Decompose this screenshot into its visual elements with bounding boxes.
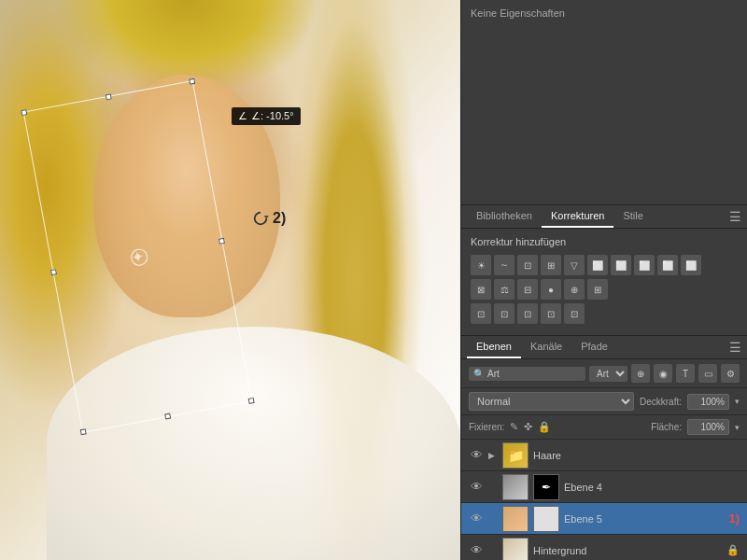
transform-center-cross: ✦ bbox=[130, 246, 145, 266]
layer-visibility-ebene5[interactable]: 👁 bbox=[469, 511, 484, 525]
step-label: 2) bbox=[273, 210, 286, 227]
corr-brightness[interactable]: ☀ bbox=[471, 255, 491, 275]
layer-text-btn[interactable]: T bbox=[676, 364, 695, 383]
corr-gradient[interactable]: ▽ bbox=[564, 255, 585, 275]
layer-mask-ebene5 bbox=[533, 506, 559, 532]
handle-bottom-left[interactable] bbox=[80, 428, 87, 435]
layers-menu-btn[interactable]: ☰ bbox=[729, 340, 741, 355]
corr-selective[interactable]: ⊟ bbox=[517, 279, 538, 300]
handle-top-left[interactable] bbox=[21, 109, 27, 116]
handle-bottom-right[interactable] bbox=[248, 398, 255, 404]
layer-shape-btn[interactable]: ▭ bbox=[698, 364, 717, 383]
tab-kanaele[interactable]: Kanäle bbox=[521, 336, 571, 358]
fill-label: Fläche: bbox=[651, 422, 682, 432]
rotate-icon bbox=[252, 210, 269, 227]
layer-expand-haare[interactable]: ▶ bbox=[488, 451, 498, 460]
layers-panel: Ebenen Kanäle Pfade ☰ 🔍 Art ⊕ ◉ T ▭ ⚙ bbox=[461, 335, 747, 560]
opacity-value[interactable]: 100% bbox=[687, 394, 729, 410]
corrections-tabs: Bibliotheken Korrekturen Stile ☰ bbox=[461, 205, 747, 229]
corr-colorbalance[interactable]: ⊞ bbox=[541, 255, 561, 275]
corr-levels[interactable]: ⊡ bbox=[517, 255, 538, 275]
fill-arrow[interactable]: ▾ bbox=[735, 423, 740, 432]
corr-vibrance[interactable]: ⬜ bbox=[611, 255, 631, 275]
layer-item-hintergrund[interactable]: 👁 Hintergrund 🔒 bbox=[461, 535, 747, 560]
corrections-add-label: Korrektur hinzufügen bbox=[471, 236, 738, 247]
corrections-icons-row1: ☀ ～ ⊡ ⊞ ▽ ⬜ ⬜ ⬜ ⬜ ⬜ bbox=[471, 255, 738, 275]
layer-name-ebene5: Ebene 5 bbox=[564, 513, 720, 525]
corr-extra5[interactable]: ⊡ bbox=[564, 303, 585, 324]
corr-photo[interactable]: ⬜ bbox=[634, 255, 655, 275]
corr-extra1[interactable]: ⊡ bbox=[471, 303, 491, 324]
layer-visibility-haare[interactable]: 👁 bbox=[469, 448, 484, 462]
corr-bw[interactable]: ● bbox=[541, 279, 561, 300]
corr-posterize[interactable]: ⊠ bbox=[471, 279, 491, 300]
layers-tabs: Ebenen Kanäle Pfade ☰ bbox=[461, 335, 747, 359]
layer-type-select[interactable]: Art bbox=[589, 366, 627, 382]
handle-top-right[interactable] bbox=[189, 78, 195, 85]
opacity-arrow[interactable]: ▾ bbox=[735, 397, 740, 406]
fix-label: Fixieren: bbox=[469, 422, 504, 432]
layer-lock-hintergrund: 🔒 bbox=[726, 544, 740, 556]
tab-bibliotheken[interactable]: Bibliotheken bbox=[467, 205, 542, 228]
layer-search-input[interactable] bbox=[487, 369, 543, 379]
fix-lock-pixels[interactable]: ✎ bbox=[510, 421, 518, 433]
handle-mid-left[interactable] bbox=[50, 269, 57, 275]
corr-curves[interactable]: ～ bbox=[494, 255, 514, 275]
corr-threshold[interactable]: ⚖ bbox=[494, 279, 514, 300]
layer-settings-btn[interactable]: ⚙ bbox=[721, 364, 740, 383]
corr-channel[interactable]: ⬜ bbox=[657, 255, 678, 275]
fill-value[interactable]: 100% bbox=[687, 419, 729, 435]
corrections-icons-row3: ⊡ ⊡ ⊡ ⊡ ⊡ bbox=[471, 303, 738, 324]
handle-mid-right[interactable] bbox=[218, 238, 225, 245]
angle-icon: ∠ bbox=[238, 110, 247, 122]
handle-mid-top[interactable] bbox=[105, 93, 111, 100]
corrections-menu-btn[interactable]: ☰ bbox=[729, 209, 741, 224]
blend-mode-row: Normal Deckkraft: 100% ▾ bbox=[461, 388, 747, 415]
corr-hue[interactable]: ⬜ bbox=[587, 255, 608, 275]
canvas-area: ✦ ∠ ∠: -10.5° 2) bbox=[0, 0, 460, 560]
layer-item-haare[interactable]: 👁 ▶ 📁 Haare bbox=[461, 440, 747, 471]
angle-tooltip: ∠ ∠: -10.5° bbox=[232, 107, 301, 125]
handle-mid-bottom[interactable] bbox=[164, 413, 171, 420]
layer-annotation-ebene5: 1) bbox=[728, 511, 740, 525]
layer-mask-btn[interactable]: ◉ bbox=[654, 364, 672, 383]
layer-thumbnail-hintergrund bbox=[502, 538, 529, 561]
properties-panel: Keine Eigenschaften bbox=[461, 0, 747, 205]
tab-ebenen[interactable]: Ebenen bbox=[467, 336, 521, 358]
layer-name-ebene4: Ebene 4 bbox=[564, 482, 740, 493]
layer-item-ebene4[interactable]: 👁 ✒ Ebene 4 bbox=[461, 471, 747, 503]
fix-lock-position[interactable]: ✜ bbox=[524, 421, 532, 433]
layer-mask-ebene4: ✒ bbox=[533, 474, 559, 500]
layer-visibility-hintergrund[interactable]: 👁 bbox=[469, 543, 484, 557]
tab-stile[interactable]: Stile bbox=[613, 205, 652, 228]
properties-title: Keine Eigenschaften bbox=[471, 7, 738, 19]
corr-extra3[interactable]: ⊡ bbox=[517, 303, 538, 324]
layer-search-box[interactable]: 🔍 bbox=[469, 367, 585, 381]
canvas-image: ✦ ∠ ∠: -10.5° 2) bbox=[0, 0, 460, 560]
layer-thumbnail-ebene4 bbox=[502, 474, 529, 500]
layer-name-hintergrund: Hintergrund bbox=[533, 545, 722, 556]
search-icon: 🔍 bbox=[473, 369, 485, 379]
corrections-icons-row2: ⊠ ⚖ ⊟ ● ⊕ ⊞ bbox=[471, 279, 738, 300]
corrections-panel: Korrektur hinzufügen ☀ ～ ⊡ ⊞ ▽ ⬜ ⬜ ⬜ ⬜ ⬜… bbox=[461, 229, 747, 335]
layer-item-ebene5[interactable]: 👁 Ebene 5 1) bbox=[461, 503, 747, 535]
blend-mode-select[interactable]: Normal bbox=[469, 392, 634, 411]
fix-lock-all[interactable]: 🔒 bbox=[538, 421, 551, 433]
corr-extra4[interactable]: ⊡ bbox=[541, 303, 561, 324]
opacity-label: Deckkraft: bbox=[640, 397, 682, 407]
layers-list: 👁 ▶ 📁 Haare 👁 ✒ Ebene 4 👁 bbox=[461, 440, 747, 560]
layer-name-haare: Haare bbox=[533, 450, 740, 461]
svg-marker-0 bbox=[264, 216, 269, 218]
tab-korrekturen[interactable]: Korrekturen bbox=[542, 205, 613, 228]
corr-pattern[interactable]: ⊞ bbox=[587, 279, 608, 300]
step-annotation: 2) bbox=[252, 210, 286, 227]
corr-invert[interactable]: ⬜ bbox=[681, 255, 701, 275]
angle-value: ∠: -10.5° bbox=[251, 110, 294, 122]
corr-extra2[interactable]: ⊡ bbox=[494, 303, 514, 324]
tab-pfade[interactable]: Pfade bbox=[571, 336, 617, 358]
layer-visibility-ebene4[interactable]: 👁 bbox=[469, 480, 484, 494]
corr-solidcolor[interactable]: ⊕ bbox=[564, 279, 585, 300]
fix-row: Fixieren: ✎ ✜ 🔒 Fläche: 100% ▾ bbox=[461, 415, 747, 440]
layer-thumbnail-haare: 📁 bbox=[502, 442, 529, 469]
layer-new-btn[interactable]: ⊕ bbox=[631, 364, 650, 383]
